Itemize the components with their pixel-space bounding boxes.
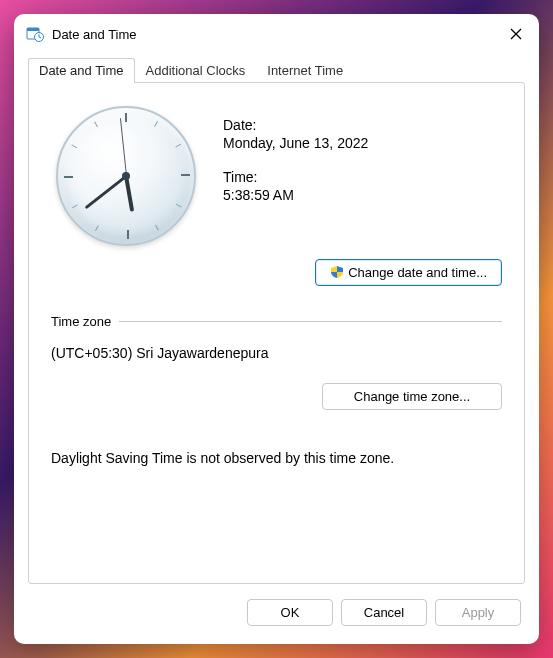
change-date-time-button[interactable]: Change date and time...	[315, 259, 502, 286]
tab-label: Internet Time	[267, 63, 343, 78]
timezone-group-label: Time zone	[51, 314, 111, 329]
change-time-zone-button[interactable]: Change time zone...	[322, 383, 502, 410]
clock-second-hand	[119, 118, 126, 176]
timezone-group-header: Time zone	[51, 314, 502, 329]
apply-button[interactable]: Apply	[435, 599, 521, 626]
button-label: Apply	[462, 605, 495, 620]
date-time-dialog: Date and Time Date and Time Additional C…	[14, 14, 539, 644]
close-icon	[510, 28, 522, 40]
cancel-button[interactable]: Cancel	[341, 599, 427, 626]
tab-internet-time[interactable]: Internet Time	[256, 58, 354, 83]
button-label: OK	[281, 605, 300, 620]
time-label: Time:	[223, 169, 502, 185]
titlebar: Date and Time	[14, 14, 539, 54]
timezone-value: (UTC+05:30) Sri Jayawardenepura	[51, 345, 502, 361]
window-title: Date and Time	[52, 27, 493, 42]
tab-label: Date and Time	[39, 63, 124, 78]
svg-rect-1	[27, 28, 39, 31]
ok-button[interactable]: OK	[247, 599, 333, 626]
button-label: Change time zone...	[354, 389, 470, 404]
dst-note: Daylight Saving Time is not observed by …	[51, 450, 502, 466]
divider	[119, 321, 502, 322]
button-label: Change date and time...	[348, 265, 487, 280]
time-value: 5:38:59 AM	[223, 187, 502, 203]
clock-hour-hand	[124, 176, 134, 212]
date-time-icon	[26, 25, 44, 43]
close-button[interactable]	[493, 14, 539, 54]
uac-shield-icon	[330, 265, 344, 279]
tab-panel-date-and-time: // placeholder: ticks drawn below via st…	[28, 82, 525, 584]
tab-strip: Date and Time Additional Clocks Internet…	[14, 54, 539, 82]
tab-label: Additional Clocks	[146, 63, 246, 78]
date-value: Monday, June 13, 2022	[223, 135, 502, 151]
date-time-row: // placeholder: ticks drawn below via st…	[51, 101, 502, 251]
button-label: Cancel	[364, 605, 404, 620]
date-label: Date:	[223, 117, 502, 133]
clock-center	[122, 172, 130, 180]
tab-date-and-time[interactable]: Date and Time	[28, 58, 135, 83]
date-time-info: Date: Monday, June 13, 2022 Time: 5:38:5…	[223, 101, 502, 221]
dialog-footer: OK Cancel Apply	[14, 594, 539, 644]
tab-additional-clocks[interactable]: Additional Clocks	[135, 58, 257, 83]
clock-face: // placeholder: ticks drawn below via st…	[56, 106, 196, 246]
clock-minute-hand	[84, 175, 127, 209]
analog-clock: // placeholder: ticks drawn below via st…	[51, 101, 201, 251]
